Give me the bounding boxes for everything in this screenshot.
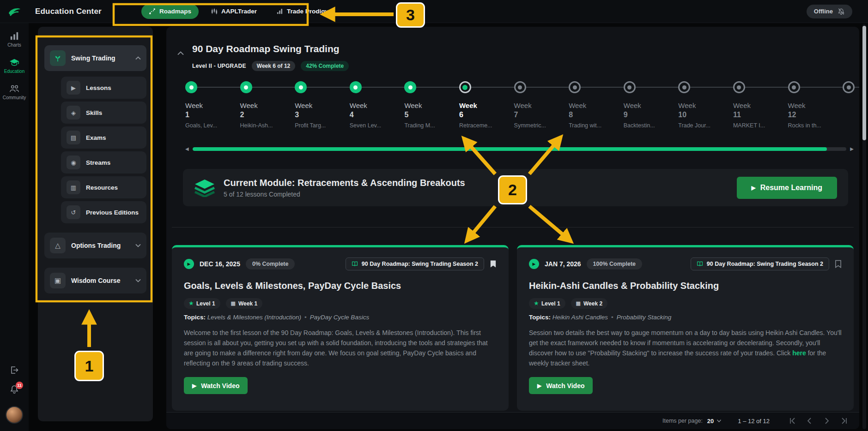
timeline-scrollbar: ◀ ▶ xyxy=(185,146,854,152)
week-dot[interactable] xyxy=(514,81,526,93)
week-dot[interactable] xyxy=(788,81,800,93)
roadmap-timeline: Week 1 Goals, Lev... Week 2 Heikin-Ash..… xyxy=(185,81,859,150)
week-number: 11 xyxy=(733,111,741,119)
rail-label: Community xyxy=(3,95,26,100)
tab-label: AAPLTrader xyxy=(221,8,257,15)
week-number: 9 xyxy=(624,111,628,119)
sidebar-item[interactable]: ◉ Streams xyxy=(61,151,146,174)
scroll-right-icon[interactable]: ▶ xyxy=(850,147,854,151)
week-word: Week xyxy=(733,102,751,109)
sidebar-item[interactable]: ◈ Skills xyxy=(61,102,146,124)
first-page-button[interactable] xyxy=(785,414,798,427)
week-subtitle: Heikin-Ash... xyxy=(240,122,273,129)
season-badge[interactable]: 90 Day Roadmap: Swing Trading Season 2 xyxy=(691,257,829,270)
tab-roadmaps[interactable]: Roadmaps xyxy=(141,4,199,19)
bookmark-icon[interactable] xyxy=(835,260,842,268)
sidebar-item[interactable]: ▥ Resources xyxy=(61,176,146,198)
week-subtitle: Trading M... xyxy=(404,122,435,129)
last-page-button[interactable] xyxy=(838,414,851,427)
tab-aapltrader[interactable]: AAPLTrader xyxy=(203,4,264,19)
watch-video-button[interactable]: ▶ Watch Video xyxy=(184,377,248,394)
notifications-bell-button[interactable]: 11 xyxy=(10,385,19,396)
community-icon xyxy=(9,84,19,93)
caret-down-icon xyxy=(717,419,721,422)
timeline-week: Week 2 Heikin-Ash... xyxy=(240,81,295,150)
lesson-description: Welcome to the first lesson of the 90 Da… xyxy=(184,328,497,368)
lesson-progress-badge: 0% Complete xyxy=(246,258,295,269)
week-dot[interactable] xyxy=(569,81,581,93)
week-subtitle: Rocks in th... xyxy=(788,122,821,129)
week-word: Week xyxy=(404,102,422,109)
week-number: 1 xyxy=(185,111,189,119)
week-dot[interactable] xyxy=(350,81,362,93)
week-dot[interactable] xyxy=(295,81,307,93)
tab-trade-prodigy[interactable]: Trade Prodigy xyxy=(269,4,336,19)
rail-item-charts[interactable]: Charts xyxy=(7,31,21,48)
sidebar-group-swing-trading[interactable]: Swing Trading xyxy=(44,45,146,71)
rail-item-community[interactable]: Community xyxy=(3,84,26,100)
week-subtitle: Trade Jour... xyxy=(678,122,710,129)
week-word: Week xyxy=(788,102,806,109)
timeline-week: Week 7 Symmetric... xyxy=(514,81,569,150)
calendar-icon: ▦ xyxy=(576,300,581,306)
window-scrollbar-track xyxy=(862,24,866,429)
charts-icon xyxy=(10,31,19,41)
week-dot[interactable] xyxy=(240,81,252,93)
watch-video-button[interactable]: ▶ Watch Video xyxy=(529,377,593,394)
sidebar-item-label: Skills xyxy=(86,109,102,116)
percent-complete-badge: 42% Complete xyxy=(301,61,349,71)
watch-video-label: Watch Video xyxy=(201,382,239,389)
timeline-scroll-track[interactable] xyxy=(193,147,847,151)
lesson-topics: Topics: Heikin Ashi Candles•Probability … xyxy=(529,314,671,321)
week-dot[interactable] xyxy=(678,81,690,93)
week-word: Week xyxy=(185,102,203,109)
week-dot[interactable] xyxy=(624,81,636,93)
items-per-page-select[interactable]: 20 xyxy=(707,418,721,425)
season-badge-label: 90 Day Roadmap: Swing Trading Season 2 xyxy=(362,261,478,267)
page-title: Education Center xyxy=(35,7,102,16)
sidebar-group-wisdom-course[interactable]: ▣ Wisdom Course xyxy=(44,268,146,293)
scroll-left-icon[interactable]: ◀ xyxy=(185,147,189,151)
collapse-roadmap-button[interactable] xyxy=(177,50,184,57)
sidebar-item[interactable]: ▶ Lessons xyxy=(61,77,146,99)
logout-icon[interactable] xyxy=(10,365,19,375)
play-circle-icon[interactable]: ▶ xyxy=(529,259,539,269)
resume-learning-button[interactable]: ▶ Resume Learning xyxy=(737,177,838,199)
rail-item-education[interactable]: Education xyxy=(4,58,24,74)
window-scrollbar-thumb[interactable] xyxy=(862,26,866,140)
app-rail: Charts Education Community 11 xyxy=(0,23,29,431)
timeline-week: Week 3 Profit Targ... xyxy=(295,81,350,150)
bell-slash-icon xyxy=(838,8,845,15)
week-dot[interactable] xyxy=(459,81,471,93)
sidebar-item[interactable]: ↺ Previous Editions xyxy=(61,201,146,223)
week-number: 6 xyxy=(459,111,463,119)
sidebar-group-label: Wisdom Course xyxy=(71,277,120,284)
timeline-week: Week 12 Rocks in th... xyxy=(788,81,843,150)
week-dot[interactable] xyxy=(185,81,197,93)
sidebar-item[interactable]: ▤ Exams xyxy=(61,126,146,149)
week-subtitle: Symmetric... xyxy=(514,122,546,129)
week-word: Week xyxy=(240,102,258,109)
week-chip: ▦Week 1 xyxy=(226,298,263,309)
sidebar-group-options-trading[interactable]: △ Options Trading xyxy=(44,233,146,258)
play-circle-icon[interactable]: ▶ xyxy=(184,259,194,269)
section-divider xyxy=(172,227,854,227)
user-avatar[interactable] xyxy=(6,406,23,424)
roadmap-title: 90 Day Roadmap Swing Trading xyxy=(192,43,340,54)
lesson-title[interactable]: Heikin-Ashi Candles & Probability Stacki… xyxy=(529,281,719,291)
lesson-title[interactable]: Goals, Levels & Milestones, PayDay Cycle… xyxy=(184,281,401,291)
week-dot[interactable] xyxy=(733,81,745,93)
next-page-button[interactable] xyxy=(820,414,833,427)
bookmark-icon[interactable] xyxy=(490,260,497,268)
season-badge[interactable]: 90 Day Roadmap: Swing Trading Season 2 xyxy=(346,257,484,270)
sidebar-item-label: Previous Editions xyxy=(86,209,139,216)
previous-page-button[interactable] xyxy=(803,414,816,427)
week-dot[interactable] xyxy=(404,81,416,93)
level-chip: ★Level 1 xyxy=(529,298,565,309)
tracker-sheet-link[interactable]: here xyxy=(792,349,806,357)
week-dot[interactable] xyxy=(843,81,855,93)
route-icon xyxy=(149,8,156,15)
app-logo-icon[interactable] xyxy=(0,6,29,18)
chevron-down-icon xyxy=(135,244,141,247)
level-icon: ★ xyxy=(534,300,539,306)
